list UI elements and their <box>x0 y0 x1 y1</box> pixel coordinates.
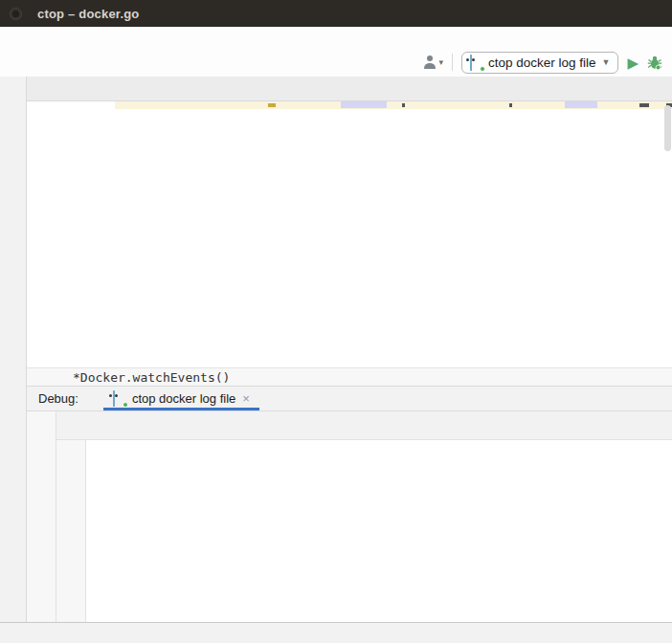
debug-session-tab-label: ctop docker log file <box>132 391 235 406</box>
code-editor[interactable] <box>27 101 672 367</box>
window-title: ctop – docker.go <box>37 7 140 21</box>
chevron-down-icon: ▼ <box>602 57 611 67</box>
window-control-button[interactable] <box>10 8 22 20</box>
bug-icon <box>647 55 662 70</box>
chevron-down-icon: ▾ <box>438 57 443 67</box>
go-run-config-icon <box>470 55 482 70</box>
console-side-toolbar <box>56 440 86 622</box>
run-configuration-value: ctop docker log file <box>488 55 596 70</box>
run-toolbar: ▾ ctop docker log file ▼ ▶ <box>423 52 662 74</box>
debug-tool-window-header: Debug: ctop docker log file × <box>27 387 672 411</box>
menu-bar <box>0 27 672 48</box>
tool-window-left-stripe <box>0 77 27 622</box>
close-icon[interactable]: × <box>242 391 250 406</box>
clipped-code-line <box>115 101 672 109</box>
avatar-icon <box>423 55 437 69</box>
sticky-context-line[interactable]: *Docker.watchEvents() <box>27 367 672 387</box>
status-bar <box>0 622 672 643</box>
editor-tab-bar <box>27 77 672 101</box>
log-output[interactable] <box>86 440 672 622</box>
debug-left-toolbar <box>27 411 56 622</box>
debug-panel-label: Debug: <box>27 387 78 410</box>
editor-scrollbar[interactable] <box>664 105 671 151</box>
run-button[interactable]: ▶ <box>627 55 638 70</box>
run-configuration-select[interactable]: ctop docker log file ▼ <box>461 52 618 74</box>
go-run-config-icon <box>113 391 125 406</box>
vcs-user-button[interactable]: ▾ <box>423 55 443 69</box>
window-titlebar: ctop – docker.go <box>0 0 672 27</box>
navigation-bar: ▾ ctop docker log file ▼ ▶ <box>0 48 672 77</box>
debug-session-tab[interactable]: ctop docker log file × <box>103 387 259 410</box>
debug-button[interactable] <box>647 55 662 70</box>
divider <box>452 54 453 71</box>
debug-view-tab-bar <box>56 411 672 440</box>
